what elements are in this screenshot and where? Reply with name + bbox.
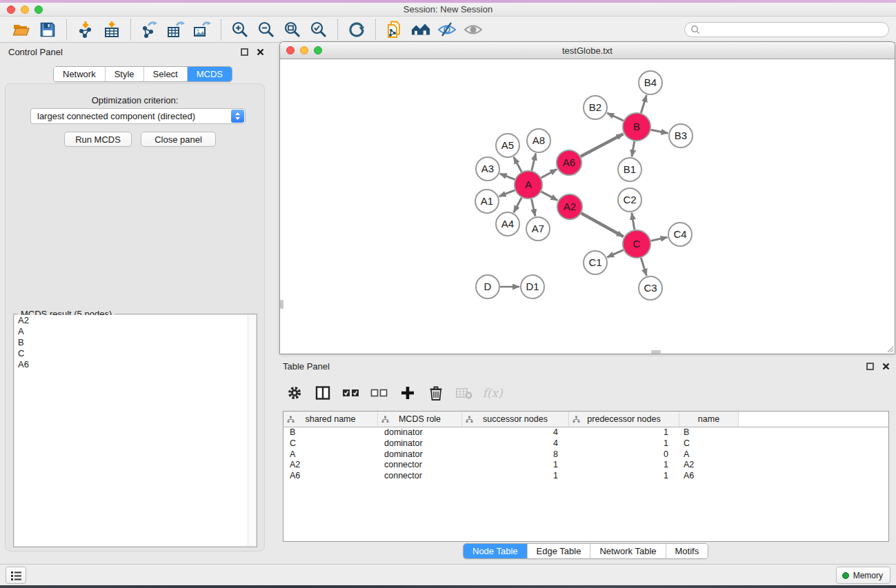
- edge-A-A3[interactable]: [500, 174, 515, 180]
- canvas-horizontal-scroll-thumb[interactable]: [651, 350, 661, 354]
- minimize-network-button[interactable]: [300, 46, 308, 54]
- memory-button[interactable]: Memory: [836, 567, 890, 584]
- close-panel-button[interactable]: Close panel: [141, 132, 216, 147]
- graph-node-A5[interactable]: A5: [496, 134, 519, 157]
- control-panel-tab-style[interactable]: Style: [106, 67, 144, 81]
- column-header-name[interactable]: name: [679, 412, 739, 427]
- refresh-view-button[interactable]: [347, 20, 366, 39]
- deselect-all-rows-button[interactable]: [369, 383, 390, 403]
- function-builder-button[interactable]: f(x): [482, 383, 503, 403]
- close-network-button[interactable]: [286, 46, 295, 54]
- edge-C-C2[interactable]: [632, 213, 635, 230]
- edge-A-A4[interactable]: [514, 198, 521, 213]
- resize-grip-icon[interactable]: [886, 345, 894, 353]
- graph-node-A1[interactable]: A1: [475, 190, 499, 213]
- graph-node-A3[interactable]: A3: [476, 157, 499, 181]
- home-layout-button[interactable]: [411, 20, 430, 39]
- edge-C-C4[interactable]: [651, 237, 668, 241]
- graph-node-B2[interactable]: B2: [584, 96, 607, 119]
- zoom-out-button[interactable]: [257, 20, 276, 39]
- export-table-button[interactable]: [166, 20, 186, 39]
- graph-node-A8[interactable]: A8: [527, 129, 550, 152]
- delete-table-button[interactable]: [454, 383, 475, 403]
- show-panels-button[interactable]: [464, 20, 483, 39]
- table-row[interactable]: Cdominator41C: [283, 438, 888, 449]
- graph-node-D1[interactable]: D1: [521, 275, 544, 298]
- network-canvas[interactable]: AA1A2A3A4A5A6A7A8BB1B2B3B4CC1C2C3C4DD1: [280, 59, 895, 354]
- table-panel-tab-network-table[interactable]: Network Table: [590, 544, 666, 558]
- graph-node-B4[interactable]: B4: [639, 71, 662, 94]
- import-network-button[interactable]: [76, 20, 95, 39]
- graph-node-B1[interactable]: B1: [618, 158, 641, 181]
- open-session-button[interactable]: [12, 20, 31, 39]
- graph-node-D[interactable]: D: [476, 275, 499, 298]
- zoom-selected-button[interactable]: [309, 20, 328, 39]
- run-mcds-button[interactable]: Run MCDS: [64, 132, 132, 147]
- column-header-mcds-role[interactable]: MCDS role: [378, 412, 462, 427]
- edge-A-A6[interactable]: [541, 170, 557, 179]
- graph-node-A6[interactable]: A6: [557, 150, 581, 175]
- mcds-result-item[interactable]: B: [14, 337, 248, 348]
- delete-columns-button[interactable]: [426, 383, 446, 403]
- table-panel-tab-node-table[interactable]: Node Table: [464, 544, 528, 558]
- edge-B-B4[interactable]: [641, 95, 646, 113]
- show-columns-button[interactable]: [312, 383, 333, 403]
- graph-node-A4[interactable]: A4: [496, 212, 519, 236]
- edge-A-A1[interactable]: [499, 190, 515, 196]
- mcds-result-item[interactable]: A2: [14, 315, 248, 326]
- mcds-list-scrollbar[interactable]: [248, 315, 256, 546]
- zoom-in-button[interactable]: [230, 20, 250, 39]
- edge-A-A5[interactable]: [514, 157, 521, 172]
- graph-node-C1[interactable]: C1: [584, 251, 607, 274]
- table-row[interactable]: A2connector11A2: [283, 460, 888, 471]
- edge-A2-C[interactable]: [581, 213, 624, 236]
- graph-node-A2[interactable]: A2: [557, 194, 582, 219]
- graph-node-C2[interactable]: C2: [618, 188, 641, 212]
- export-image-button[interactable]: [192, 20, 212, 39]
- zoom-window-button[interactable]: [34, 6, 43, 14]
- edge-A-A8[interactable]: [532, 154, 536, 171]
- mcds-result-item[interactable]: A6: [14, 359, 248, 370]
- graph-node-B[interactable]: B: [623, 113, 650, 141]
- select-all-rows-button[interactable]: [341, 383, 361, 403]
- float-table-panel-icon[interactable]: [866, 362, 875, 371]
- graph-node-A7[interactable]: A7: [526, 217, 550, 241]
- edge-B-B3[interactable]: [651, 130, 668, 133]
- create-column-button[interactable]: [397, 383, 418, 403]
- import-table-button[interactable]: [102, 20, 121, 39]
- table-row[interactable]: A6connector11A6: [283, 471, 888, 482]
- table-mode-button[interactable]: [284, 383, 305, 403]
- float-panel-icon[interactable]: [240, 48, 249, 57]
- export-network-button[interactable]: [140, 20, 159, 39]
- zoom-fit-button[interactable]: [283, 20, 302, 39]
- edge-B-B1[interactable]: [632, 141, 635, 157]
- edge-B-B2[interactable]: [607, 113, 624, 121]
- mcds-result-item[interactable]: C: [14, 348, 248, 359]
- control-panel-tab-select[interactable]: Select: [144, 67, 188, 81]
- column-header-successor-nodes[interactable]: successor nodes: [462, 412, 569, 427]
- task-history-button[interactable]: [6, 567, 26, 584]
- table-row[interactable]: Adominator80A: [283, 449, 888, 460]
- close-table-panel-icon[interactable]: [882, 362, 890, 371]
- column-header-predecessor-nodes[interactable]: predecessor nodes: [569, 412, 679, 427]
- control-panel-tab-network[interactable]: Network: [54, 67, 106, 81]
- network-overview-button[interactable]: [385, 20, 404, 39]
- edge-A-A2[interactable]: [541, 192, 558, 201]
- mcds-result-item[interactable]: A: [14, 326, 248, 337]
- graph-node-C4[interactable]: C4: [668, 223, 692, 246]
- table-panel-tab-edge-table[interactable]: Edge Table: [528, 544, 591, 558]
- graph-node-C[interactable]: C: [623, 230, 650, 258]
- column-header-shared-name[interactable]: shared name: [283, 412, 378, 427]
- hide-panels-button[interactable]: [437, 20, 457, 39]
- close-panel-icon[interactable]: [256, 48, 265, 57]
- graph-node-B3[interactable]: B3: [669, 124, 693, 148]
- edge-A6-B[interactable]: [581, 134, 624, 156]
- edge-C-C1[interactable]: [607, 250, 624, 258]
- edge-A-A7[interactable]: [532, 199, 535, 216]
- zoom-network-button[interactable]: [314, 46, 322, 54]
- graph-node-A[interactable]: A: [515, 171, 542, 199]
- table-panel-tab-motifs[interactable]: Motifs: [666, 544, 708, 558]
- save-session-button[interactable]: [38, 20, 57, 39]
- edge-C-C3[interactable]: [641, 258, 646, 276]
- graph-node-C3[interactable]: C3: [639, 276, 662, 300]
